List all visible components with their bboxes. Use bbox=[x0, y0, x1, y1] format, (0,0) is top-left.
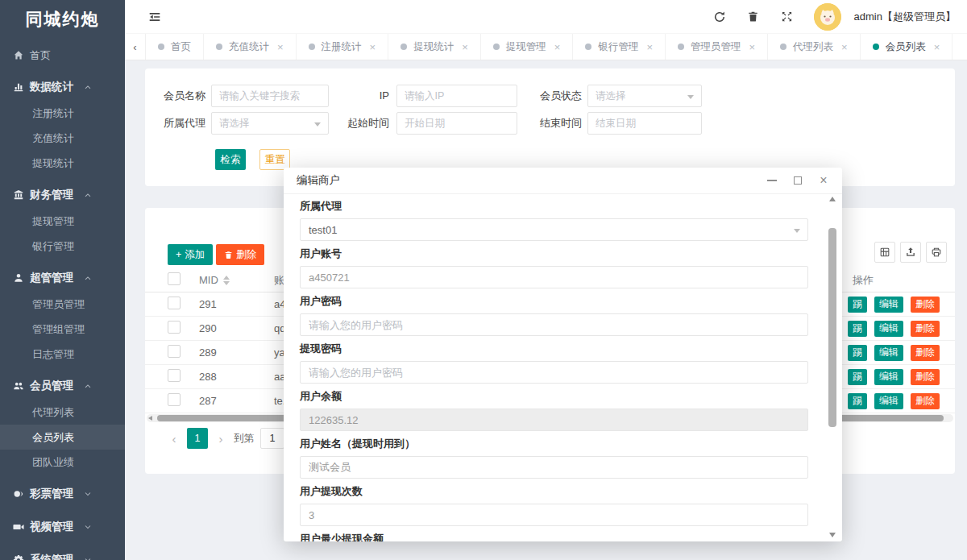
edit-button[interactable]: 编辑 bbox=[874, 297, 903, 313]
select-all-checkbox[interactable] bbox=[168, 272, 181, 285]
tab-withdraw-manage[interactable]: 提现管理× bbox=[481, 34, 574, 60]
sidebar-item-admin-group-manage[interactable]: 管理组管理 bbox=[0, 317, 125, 342]
close-icon[interactable]: × bbox=[934, 41, 940, 53]
export-icon[interactable] bbox=[900, 242, 921, 263]
sidebar-item-admin-manage[interactable]: 管理员管理 bbox=[0, 292, 125, 317]
edit-button[interactable]: 编辑 bbox=[874, 393, 903, 409]
filter-columns-icon[interactable] bbox=[874, 242, 895, 263]
tab-recharge-stats[interactable]: 充值统计× bbox=[204, 34, 297, 60]
tab-withdraw-stats[interactable]: 提现统计× bbox=[388, 34, 481, 60]
scroll-up-icon[interactable] bbox=[829, 197, 836, 201]
tab-home[interactable]: 首页 bbox=[146, 34, 204, 60]
refresh-icon[interactable] bbox=[712, 10, 727, 24]
sidebar-item-member-list[interactable]: 会员列表 bbox=[0, 425, 125, 450]
close-icon[interactable]: × bbox=[462, 41, 468, 53]
ip-input[interactable] bbox=[396, 85, 517, 107]
tabs-scroll-left-icon[interactable]: ‹ bbox=[125, 34, 146, 60]
sidebar-item-withdraw-stats[interactable]: 提现统计 bbox=[0, 151, 125, 176]
modal-scrollbar[interactable] bbox=[828, 197, 836, 537]
end-date-input[interactable] bbox=[587, 112, 702, 135]
sidebar-item-home[interactable]: 首页 bbox=[0, 44, 125, 68]
delete-button[interactable]: 删除 bbox=[216, 244, 264, 265]
delete-row-button[interactable]: 删除 bbox=[911, 321, 940, 337]
scroll-left-icon[interactable] bbox=[148, 416, 152, 421]
account-input[interactable] bbox=[300, 266, 808, 288]
mid-column-header[interactable]: MID bbox=[199, 274, 274, 286]
agent-select[interactable]: test01 bbox=[300, 218, 808, 241]
sidebar-item-withdraw-manage[interactable]: 提现管理 bbox=[0, 209, 125, 234]
print-icon[interactable] bbox=[926, 242, 947, 263]
sidebar-group-members[interactable]: 会员管理 bbox=[0, 371, 125, 400]
agent-label: 所属代理 bbox=[145, 112, 205, 135]
modal-header: 编辑商户 × bbox=[284, 168, 842, 194]
sidebar-group-lottery[interactable]: 彩票管理 bbox=[0, 479, 125, 508]
tab-dot bbox=[309, 44, 315, 50]
trash-icon[interactable] bbox=[746, 10, 761, 24]
password-input[interactable] bbox=[300, 313, 808, 336]
withdraw-count-input[interactable] bbox=[300, 504, 808, 526]
row-checkbox[interactable] bbox=[168, 345, 181, 358]
tab-admin-manage[interactable]: 管理员管理× bbox=[666, 34, 768, 60]
goto-page-input[interactable] bbox=[260, 428, 284, 449]
sidebar-item-agent-list[interactable]: 代理列表 bbox=[0, 400, 125, 425]
kick-button[interactable]: 踢 bbox=[848, 369, 867, 385]
edit-button[interactable]: 编辑 bbox=[874, 345, 903, 361]
sidebar-group-system[interactable]: 系统管理 bbox=[0, 545, 125, 560]
maximize-icon[interactable] bbox=[792, 175, 803, 186]
delete-row-button[interactable]: 删除 bbox=[911, 369, 940, 385]
sidebar-group-video[interactable]: 视频管理 bbox=[0, 512, 125, 541]
kick-button[interactable]: 踢 bbox=[848, 393, 867, 409]
kick-button[interactable]: 踢 bbox=[848, 321, 867, 337]
delete-row-button[interactable]: 删除 bbox=[911, 297, 940, 313]
close-icon[interactable]: × bbox=[646, 41, 653, 53]
member-name-input[interactable] bbox=[211, 85, 329, 107]
edit-button[interactable]: 编辑 bbox=[874, 321, 903, 337]
row-checkbox[interactable] bbox=[168, 393, 181, 406]
close-icon[interactable]: × bbox=[818, 175, 829, 186]
current-page[interactable]: 1 bbox=[187, 428, 208, 449]
delete-row-button[interactable]: 删除 bbox=[911, 393, 940, 409]
sidebar-item-recharge-stats[interactable]: 充值统计 bbox=[0, 126, 125, 151]
withdraw-password-input[interactable] bbox=[300, 361, 808, 384]
search-button[interactable]: 检索 bbox=[215, 149, 246, 170]
scroll-down-icon[interactable] bbox=[829, 533, 836, 537]
row-checkbox[interactable] bbox=[168, 321, 181, 334]
sidebar-item-team-performance[interactable]: 团队业绩 bbox=[0, 450, 125, 475]
prev-page-icon[interactable]: ‹ bbox=[168, 432, 181, 446]
fullscreen-icon[interactable] bbox=[780, 10, 795, 24]
kick-button[interactable]: 踢 bbox=[848, 297, 867, 313]
tab-bank-manage[interactable]: 银行管理× bbox=[573, 34, 666, 60]
sidebar-group-finance[interactable]: 财务管理 bbox=[0, 180, 125, 209]
start-date-input[interactable] bbox=[396, 112, 517, 135]
kick-button[interactable]: 踢 bbox=[848, 345, 867, 361]
tab-member-list[interactable]: 会员列表× bbox=[861, 34, 953, 60]
next-page-icon[interactable]: › bbox=[214, 432, 227, 446]
sidebar-item-log-manage[interactable]: 日志管理 bbox=[0, 342, 125, 367]
row-checkbox[interactable] bbox=[168, 369, 181, 382]
sidebar-group-superadmin[interactable]: 超管管理 bbox=[0, 263, 125, 292]
admin-label[interactable]: admin【超级管理员】 bbox=[854, 10, 956, 24]
modal-scrollbar-thumb[interactable] bbox=[828, 228, 836, 427]
tab-agent-list[interactable]: 代理列表× bbox=[768, 34, 861, 60]
close-icon[interactable]: × bbox=[554, 41, 561, 53]
sidebar-group-data-stats[interactable]: 数据统计 bbox=[0, 73, 125, 101]
agent-select[interactable]: 请选择 bbox=[211, 112, 329, 135]
minimize-icon[interactable] bbox=[766, 175, 778, 186]
edit-button[interactable]: 编辑 bbox=[874, 369, 903, 385]
close-icon[interactable]: × bbox=[370, 41, 376, 53]
sidebar-item-register-stats[interactable]: 注册统计 bbox=[0, 101, 125, 126]
collapse-menu-icon[interactable] bbox=[147, 10, 162, 24]
close-icon[interactable]: × bbox=[841, 41, 848, 53]
add-button[interactable]: +添加 bbox=[168, 244, 213, 265]
delete-row-button[interactable]: 删除 bbox=[911, 345, 940, 361]
row-checkbox[interactable] bbox=[168, 297, 181, 309]
ip-label: IP bbox=[333, 85, 389, 107]
close-icon[interactable]: × bbox=[749, 41, 755, 53]
sort-icon[interactable] bbox=[223, 276, 230, 285]
tab-register-stats[interactable]: 注册统计× bbox=[297, 34, 389, 60]
member-status-select[interactable]: 请选择 bbox=[587, 85, 702, 107]
close-icon[interactable]: × bbox=[277, 41, 284, 53]
sidebar-item-bank-manage[interactable]: 银行管理 bbox=[0, 234, 125, 259]
realname-input[interactable] bbox=[300, 456, 808, 479]
avatar[interactable] bbox=[814, 3, 841, 31]
